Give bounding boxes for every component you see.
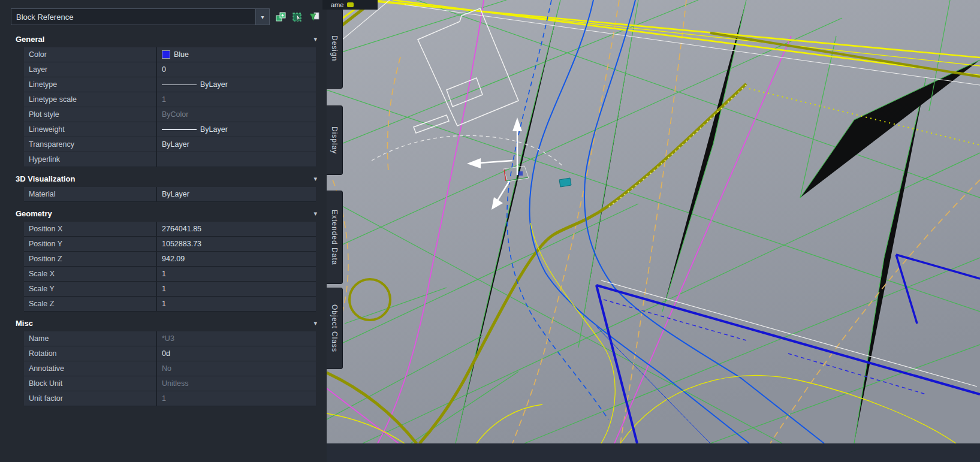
- partial-window-title: ame: [322, 0, 378, 10]
- selected-block-reference[interactable]: [559, 178, 571, 187]
- prop-value-text: 2764041.85: [162, 225, 201, 233]
- prop-label: Lineweight: [24, 122, 157, 137]
- prop-label: Annotative: [24, 361, 157, 376]
- prop-value-text: 0d: [162, 349, 170, 358]
- prop-value-text: ByLayer: [200, 80, 228, 89]
- prop-value-text: Unitless: [162, 379, 188, 388]
- prop-value[interactable]: ByLayer: [157, 137, 316, 152]
- prop-row-position-x: Position X 2764041.85: [24, 222, 316, 237]
- partial-title-text: ame: [331, 0, 343, 10]
- chevron-down-icon[interactable]: ▾: [313, 175, 317, 183]
- toggle-pickadd-icon: [275, 11, 287, 23]
- section-header-3d-visualization[interactable]: 3D Visualization ▾: [0, 171, 327, 187]
- prop-value[interactable]: Unitless: [157, 376, 316, 391]
- prop-value-text: No: [162, 364, 171, 373]
- prop-row-linetype: Linetype ByLayer: [24, 77, 316, 92]
- prop-row-scale-y: Scale Y 1: [24, 282, 316, 297]
- tab-extended-data[interactable]: Extended Data: [327, 191, 343, 284]
- prop-value[interactable]: 0d: [157, 346, 316, 361]
- drawing-viewport[interactable]: [327, 0, 980, 462]
- section-header-misc[interactable]: Misc ▾: [0, 315, 327, 331]
- prop-value-text: 0: [162, 65, 166, 74]
- section-title: General: [16, 35, 313, 44]
- prop-value-text: ByColor: [162, 110, 188, 119]
- section-header-geometry[interactable]: Geometry ▾: [0, 206, 327, 222]
- prop-value[interactable]: ByLayer: [157, 187, 316, 201]
- prop-value[interactable]: 942.09: [157, 252, 316, 266]
- prop-row-plot-style: Plot style ByColor: [24, 107, 316, 122]
- select-objects-icon: [292, 11, 303, 23]
- prop-value[interactable]: 0: [157, 62, 316, 77]
- prop-label: Position X: [24, 222, 157, 236]
- prop-value[interactable]: 1: [157, 297, 316, 311]
- marker-blob: [347, 2, 354, 7]
- prop-value[interactable]: 1: [157, 92, 316, 107]
- prop-row-scale-x: Scale X 1: [24, 267, 316, 282]
- prop-label: Material: [24, 187, 157, 201]
- chevron-down-icon[interactable]: ▾: [313, 319, 317, 327]
- prop-row-color: Color Blue: [24, 47, 316, 62]
- section-title: Geometry: [16, 209, 313, 218]
- object-type-dropdown[interactable]: Block Reference ▾: [11, 8, 270, 25]
- prop-value[interactable]: *U3: [157, 331, 316, 346]
- prop-value[interactable]: 1: [157, 267, 316, 281]
- prop-value[interactable]: 2764041.85: [157, 222, 316, 236]
- prop-label: Linetype: [24, 77, 157, 92]
- prop-label: Transparency: [24, 137, 157, 152]
- select-objects-button[interactable]: [291, 10, 303, 24]
- prop-value-text: 1052883.73: [162, 240, 201, 248]
- lineweight-sample: [162, 129, 197, 130]
- prop-value-text: 1: [162, 270, 166, 278]
- prop-label: Rotation: [24, 346, 157, 361]
- prop-row-unit-factor: Unit factor 1: [24, 391, 316, 406]
- viewport-background: [327, 0, 980, 443]
- prop-label: Hyperlink: [24, 152, 157, 167]
- prop-row-lineweight: Lineweight ByLayer: [24, 122, 316, 137]
- section-header-general[interactable]: General ▾: [0, 31, 327, 47]
- prop-value[interactable]: [157, 152, 316, 167]
- prop-label: Position Y: [24, 237, 157, 251]
- prop-value-text: 1: [162, 300, 166, 308]
- prop-label: Color: [24, 47, 157, 62]
- prop-value-text: 1: [162, 285, 166, 293]
- prop-value[interactable]: ByColor: [157, 107, 316, 122]
- palette-tab-strip: Design Display Extended Data Object Clas…: [327, 0, 343, 462]
- prop-row-material: Material ByLayer: [24, 187, 316, 202]
- bottom-strip: [327, 443, 980, 462]
- prop-value[interactable]: ByLayer: [157, 122, 316, 137]
- prop-value[interactable]: 1052883.73: [157, 237, 316, 251]
- tab-design[interactable]: Design: [327, 8, 343, 89]
- prop-value-text: 1: [162, 394, 166, 403]
- chevron-down-icon[interactable]: ▾: [313, 35, 317, 43]
- prop-row-transparency: Transparency ByLayer: [24, 137, 316, 152]
- prop-row-annotative: Annotative No: [24, 361, 316, 376]
- color-swatch[interactable]: [162, 50, 170, 59]
- prop-row-linetype-scale: Linetype scale 1: [24, 92, 316, 107]
- toggle-pickadd-button[interactable]: [275, 10, 287, 24]
- prop-value[interactable]: 1: [157, 391, 316, 406]
- prop-label: Unit factor: [24, 391, 157, 406]
- prop-value[interactable]: ByLayer: [157, 77, 316, 92]
- prop-value-text: Blue: [174, 50, 189, 59]
- prop-value[interactable]: 1: [157, 282, 316, 296]
- prop-value-text: 1: [162, 95, 166, 104]
- prop-value-text: *U3: [162, 334, 174, 343]
- prop-label: Linetype scale: [24, 92, 157, 107]
- prop-label: Scale Y: [24, 282, 157, 296]
- prop-label: Scale Z: [24, 297, 157, 311]
- prop-label: Block Unit: [24, 376, 157, 391]
- quick-select-button[interactable]: [309, 10, 321, 24]
- prop-label: Plot style: [24, 107, 157, 122]
- prop-row-rotation: Rotation 0d: [24, 346, 316, 361]
- tab-display[interactable]: Display: [327, 105, 343, 175]
- dropdown-arrow-icon[interactable]: ▾: [255, 9, 269, 25]
- prop-value[interactable]: No: [157, 361, 316, 376]
- tab-object-class[interactable]: Object Class: [327, 288, 343, 369]
- prop-value-text: 942.09: [162, 255, 185, 263]
- quick-select-icon: [309, 11, 320, 23]
- prop-row-position-z: Position Z 942.09: [24, 252, 316, 267]
- prop-value-color[interactable]: Blue: [157, 47, 316, 62]
- prop-value-text: ByLayer: [162, 190, 189, 198]
- property-sections: General ▾ Color Blue Layer 0 Linetype By…: [0, 31, 327, 406]
- chevron-down-icon[interactable]: ▾: [313, 210, 317, 218]
